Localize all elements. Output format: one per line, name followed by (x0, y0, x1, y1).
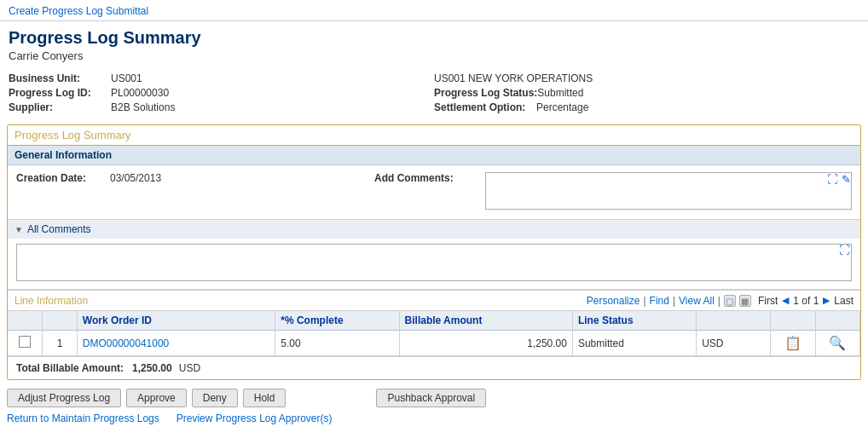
total-row: Total Billable Amount: 1,250.00 USD (8, 356, 860, 379)
row-num: 1 (57, 337, 63, 349)
add-comments-textarea[interactable] (485, 172, 852, 210)
line-info-toolbar: Line Information Personalize | Find | Vi… (8, 291, 860, 311)
total-amount: 1,250.00 (132, 362, 172, 374)
row-checkbox[interactable] (19, 336, 31, 348)
settlement-label: Settlement Option: (434, 101, 536, 113)
all-comments-textarea[interactable] (16, 244, 852, 281)
bottom-links: Return to Maintain Progress Logs Preview… (0, 411, 868, 430)
row-pct-cell: 5.00 (275, 331, 399, 356)
personalize-link[interactable]: Personalize (587, 295, 640, 307)
row-detail-icon-cell: 📋 (771, 331, 815, 356)
info-col-plid: Progress Log ID: PL00000030 (9, 87, 434, 99)
general-info-section-header: General Information (8, 146, 860, 165)
all-comments-header[interactable]: ▼ All Comments (8, 220, 860, 239)
general-info-row: Creation Date: 03/05/2013 Add Comments: … (8, 165, 860, 220)
preview-link[interactable]: Preview Progress Log Approver(s) (176, 412, 333, 424)
row-search-icon-cell: 🔍 (815, 331, 859, 356)
row-checkbox-cell (8, 331, 43, 356)
toolbar-nav: First ◀ 1 of 1 ▶ Last (758, 294, 854, 307)
row-billable-value: 1,250.00 (527, 337, 567, 349)
comments-body: ⛶ (8, 239, 860, 289)
add-comments-label: Add Comments: (374, 172, 485, 184)
creation-date-label: Creation Date: (16, 172, 110, 184)
approve-button[interactable]: Approve (126, 389, 187, 407)
row-num-cell: 1 (43, 331, 78, 356)
comment-textarea-wrapper: ⛶ ✎ (485, 172, 852, 212)
return-link[interactable]: Return to Maintain Progress Logs (7, 412, 159, 424)
total-label: Total Billable Amount: (16, 362, 124, 374)
info-row-3: Supplier: B2B Solutions Settlement Optio… (9, 101, 859, 113)
find-link[interactable]: Find (650, 295, 669, 307)
pl-status-value: Submitted (537, 87, 583, 99)
expand-comment-icon[interactable]: ⛶ (826, 172, 839, 187)
deny-button[interactable]: Deny (192, 389, 238, 407)
bottom-buttons: Adjust Progress Log Approve Deny Hold Pu… (0, 383, 868, 411)
nav-last-label: Last (834, 295, 854, 307)
main-panel: Progress Log Summary General Information… (7, 124, 861, 380)
grid-icon-2[interactable]: ▦ (739, 295, 751, 307)
supplier-label: Supplier: (9, 101, 111, 113)
view-all-link[interactable]: View All (679, 295, 715, 307)
page-subtitle: Carrie Conyers (9, 49, 859, 62)
row-workorder-cell: DMO00000041000 (77, 331, 275, 356)
line-table: Work Order ID *% Complete Billable Amoun… (8, 311, 860, 356)
col-header-check (8, 311, 43, 331)
col-header-icon1 (771, 311, 815, 331)
bu-label: Business Unit: (9, 72, 111, 84)
row-detail-icon[interactable]: 📋 (784, 334, 802, 352)
creation-date-value: 03/05/2013 (110, 172, 161, 184)
row-status-value: Submitted (578, 337, 624, 349)
info-col-bu: Business Unit: US001 (9, 72, 434, 84)
line-info-section: Line Information Personalize | Find | Vi… (8, 290, 860, 379)
pushback-approval-button[interactable]: Pushback Approval (376, 389, 486, 407)
breadcrumb-bar: Create Progress Log Submittal (0, 0, 868, 21)
grid-icon-1[interactable]: ▢ (724, 295, 736, 307)
row-pct-value: 5.00 (281, 337, 300, 349)
row-status-cell: Submitted (572, 331, 696, 356)
creation-date-field: Creation Date: 03/05/2013 (16, 172, 374, 184)
nav-prev-button[interactable]: ◀ (780, 294, 790, 307)
total-currency: USD (179, 362, 200, 374)
edit-comment-icon[interactable]: ✎ (841, 172, 852, 187)
col-header-status: Line Status (572, 311, 696, 331)
breadcrumb-link[interactable]: Create Progress Log Submittal (9, 5, 148, 17)
settlement-value: Percentage (536, 101, 588, 113)
row-billable-cell: 1,250.00 (399, 331, 572, 356)
adjust-progress-log-button[interactable]: Adjust Progress Log (7, 389, 121, 407)
toolbar-links: Personalize | Find | View All | ▢ ▦ (587, 295, 751, 307)
bu-name-value: US001 NEW YORK OPERATIONS (434, 72, 593, 84)
line-info-title: Line Information (14, 295, 587, 307)
nav-next-button[interactable]: ▶ (821, 294, 831, 307)
info-col-status: Progress Log Status: Submitted (434, 87, 859, 99)
row-currency-value: USD (702, 337, 723, 349)
textarea-icons: ⛶ ✎ (826, 172, 852, 187)
plid-label: Progress Log ID: (9, 87, 111, 99)
info-grid: Business Unit: US001 US001 NEW YORK OPER… (0, 71, 868, 121)
line-table-header: Work Order ID *% Complete Billable Amoun… (8, 311, 860, 331)
expand-all-comments-icon[interactable]: ⛶ (839, 244, 850, 257)
table-row: 1 DMO00000041000 5.00 1,250.00 Submitted (8, 331, 860, 356)
page-wrapper: Create Progress Log Submittal Progress L… (0, 0, 868, 444)
supplier-value: B2B Solutions (111, 101, 175, 113)
row-search-icon[interactable]: 🔍 (828, 334, 847, 352)
all-comments-label: All Comments (27, 223, 91, 235)
bu-value: US001 (111, 72, 142, 84)
pl-status-label: Progress Log Status: (434, 87, 537, 99)
col-header-pct: *% Complete (275, 311, 399, 331)
page-title: Progress Log Summary (9, 28, 859, 48)
col-header-icon2 (815, 311, 859, 331)
nav-first-label: First (758, 295, 778, 307)
col-header-num (43, 311, 78, 331)
info-col-bu-name: US001 NEW YORK OPERATIONS (434, 72, 859, 84)
panel-header: Progress Log Summary (8, 125, 860, 146)
info-row-1: Business Unit: US001 US001 NEW YORK OPER… (9, 72, 859, 84)
info-row-2: Progress Log ID: PL00000030 Progress Log… (9, 87, 859, 99)
row-workorder-link[interactable]: DMO00000041000 (83, 337, 169, 349)
plid-value: PL00000030 (111, 87, 169, 99)
hold-button[interactable]: Hold (243, 389, 286, 407)
info-col-supplier: Supplier: B2B Solutions (9, 101, 434, 113)
collapse-triangle-icon: ▼ (14, 225, 23, 234)
page-header: Progress Log Summary Carrie Conyers (0, 21, 868, 71)
add-comments-field: Add Comments: ⛶ ✎ (374, 172, 852, 212)
col-header-workorder: Work Order ID (77, 311, 275, 331)
